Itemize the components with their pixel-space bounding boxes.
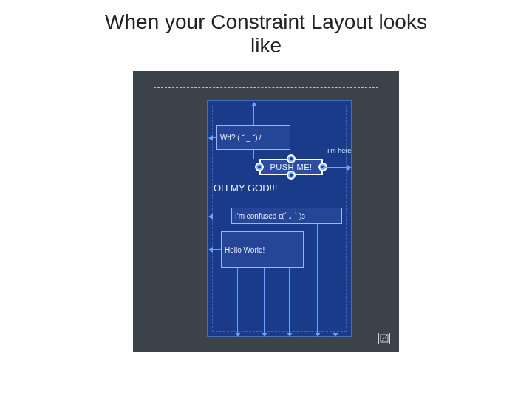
constraint-line	[287, 194, 287, 208]
svg-line-1	[381, 335, 387, 341]
text-oh-my-god[interactable]: OH MY GOD!!!	[214, 183, 277, 194]
margin-guide-right	[378, 87, 378, 335]
view-wtf[interactable]: Wtf? ( ˘ _ ˘)ﾉ	[216, 125, 290, 150]
constraint-line	[212, 137, 216, 138]
constraint-line	[289, 268, 290, 333]
slide-title-line2: like	[250, 34, 282, 57]
margin-guide-left	[154, 87, 154, 335]
constraint-line	[317, 224, 318, 333]
slide-title-line1: When your Constraint Layout looks	[105, 10, 427, 33]
constraint-line	[212, 216, 231, 216]
slide-title: When your Constraint Layout looks like	[0, 0, 532, 58]
handle-bottom[interactable]	[287, 171, 296, 180]
device-frame[interactable]: Wtf? ( ˘ _ ˘)ﾉ PUSH ME! I'm here OH MY G…	[207, 100, 352, 337]
label-im-here: I'm here	[327, 147, 351, 154]
handle-left[interactable]	[255, 163, 264, 171]
constraint-line	[253, 106, 254, 125]
view-hello-world[interactable]: Hello World!	[221, 231, 304, 268]
presentation-slide: When your Constraint Layout looks like W…	[0, 0, 532, 399]
view-hello-world-label: Hello World!	[225, 246, 265, 254]
view-confused-label: I'm confused ε(´ ｡ ` )з	[235, 212, 305, 220]
constraint-line	[212, 249, 221, 250]
handle-top[interactable]	[287, 154, 296, 163]
constraint-line	[323, 167, 348, 168]
constraint-line	[253, 150, 254, 159]
view-wtf-label: Wtf? ( ˘ _ ˘)ﾉ	[220, 134, 262, 142]
layout-editor-panel: Wtf? ( ˘ _ ˘)ﾉ PUSH ME! I'm here OH MY G…	[133, 71, 399, 352]
margin-guide-top	[154, 87, 378, 88]
blueprint-canvas[interactable]: Wtf? ( ˘ _ ˘)ﾉ PUSH ME! I'm here OH MY G…	[133, 71, 399, 352]
view-confused[interactable]: I'm confused ε(´ ｡ ` )з	[231, 208, 342, 224]
constraint-line	[264, 268, 265, 333]
constraint-line	[335, 175, 335, 333]
constraint-line	[237, 268, 238, 333]
toggle-no-view-icon[interactable]	[378, 332, 390, 344]
